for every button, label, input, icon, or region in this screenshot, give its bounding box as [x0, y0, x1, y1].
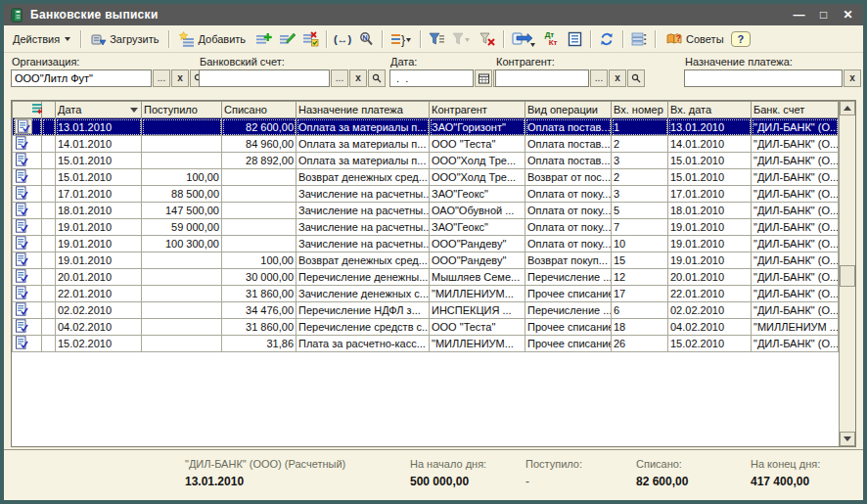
clear-icon[interactable]: x: [844, 69, 861, 87]
clear-icon[interactable]: x: [349, 69, 367, 87]
table-row[interactable]: 02.02.2010 34 476,00 Перечисление НДФЛ з…: [13, 302, 839, 319]
add-row-button[interactable]: [252, 28, 274, 50]
posted-document-icon: [15, 269, 28, 283]
ellipsis-button[interactable]: ...: [590, 69, 608, 87]
toolbar-separator: [382, 30, 383, 48]
load-label: Загрузить: [110, 33, 159, 45]
calendar-icon[interactable]: [475, 69, 492, 87]
load-button[interactable]: Загрузить: [86, 28, 163, 50]
scrollbar-thumb[interactable]: [840, 265, 855, 287]
header-status-cell[interactable]: [42, 102, 56, 118]
payment-purpose-input[interactable]: [684, 69, 843, 87]
header-payment-purpose[interactable]: Назначение платежа: [297, 102, 430, 118]
clear-icon[interactable]: x: [171, 69, 189, 87]
journal-icon: [10, 8, 24, 23]
clear-icon[interactable]: x: [609, 69, 626, 87]
header-contragent[interactable]: Контрагент: [430, 102, 525, 118]
row-status-cell: [42, 252, 56, 269]
table-row[interactable]: 17.01.2010 88 500,00 Зачисление на расче…: [13, 186, 839, 203]
table-row[interactable]: 19.01.2010 100,00 Возврат денежных сред.…: [13, 252, 839, 269]
row-icon-cell: [13, 203, 42, 219]
delete-row-button[interactable]: [299, 28, 321, 50]
header-in-number[interactable]: Вх. номер: [612, 102, 668, 118]
dt-kt-button[interactable]: Дт Кт: [540, 28, 562, 50]
row-icon-cell: [13, 302, 42, 319]
find-by-number-button[interactable]: N: [355, 28, 377, 50]
table-row[interactable]: 20.01.2010 30 000,00 Перечисление денежн…: [13, 269, 839, 286]
posted-document-icon: [15, 236, 28, 250]
sort-desc-icon: [130, 108, 138, 113]
scroll-down-button[interactable]: [840, 432, 855, 446]
filter-panel: Организация: ... x Банковский счет: ... …: [4, 53, 863, 98]
posted-document-icon: [15, 336, 28, 349]
list-settings-button[interactable]: [628, 28, 650, 50]
table-row[interactable]: 15.01.2010 28 892,00 Оплата за материалы…: [13, 153, 839, 169]
table-row[interactable]: 15.02.2010 31,86 Плата за расчетно-касс.…: [13, 336, 839, 352]
header-written-off[interactable]: Списано: [222, 102, 297, 118]
maximize-button[interactable]: □: [814, 6, 833, 23]
scroll-up-button[interactable]: [840, 101, 855, 115]
selection-settings-button[interactable]: }: [388, 28, 415, 50]
clear-filter-button[interactable]: [477, 28, 498, 50]
window-title: Банковские выписки: [30, 8, 784, 22]
date-input[interactable]: [389, 69, 474, 87]
filter-by-value-button[interactable]: [449, 28, 475, 50]
written-off-label: Списано:: [636, 458, 688, 470]
dt-kt-icon: Дт Кт: [545, 31, 558, 47]
summary-panel: "ДИЛ-БАНК" (ООО) (Расчетный) 13.01.2010 …: [4, 449, 863, 500]
row-status-cell: [42, 136, 56, 153]
ellipsis-button[interactable]: ...: [153, 69, 170, 87]
open-icon[interactable]: [627, 69, 645, 87]
minimize-button[interactable]: —: [790, 6, 808, 23]
add-button[interactable]: Добавить: [174, 28, 251, 50]
header-icon-cell[interactable]: [13, 102, 42, 118]
table-row[interactable]: 15.01.2010 100,00 Возврат денежных сред.…: [13, 169, 839, 186]
header-in-date[interactable]: Вх. дата: [668, 102, 752, 118]
table-row[interactable]: 04.02.2010 31 860,00 Перечисление средст…: [13, 319, 839, 336]
summary-account-name: "ДИЛ-БАНК" (ООО) (Расчетный): [185, 458, 345, 470]
table-row[interactable]: 14.01.2010 84 960,00 Оплата за материалы…: [13, 136, 839, 153]
header-operation-type[interactable]: Вид операции: [525, 102, 612, 118]
header-bank-account[interactable]: Банк. счет: [752, 102, 839, 118]
row-status-cell: [42, 319, 56, 336]
closing-balance-label: На конец дня:: [751, 458, 820, 470]
toolbar-separator: [80, 30, 81, 48]
column-width-button[interactable]: (↔): [332, 28, 353, 50]
summary-account: "ДИЛ-БАНК" (ООО) (Расчетный) 13.01.2010: [185, 458, 345, 488]
create-based-on-icon: [512, 31, 535, 47]
filter-sort-button[interactable]: [426, 28, 447, 50]
ellipsis-button[interactable]: ...: [331, 69, 348, 87]
edit-row-button[interactable]: [276, 28, 297, 50]
row-status-cell: [42, 269, 56, 286]
date-label: Дата:: [390, 56, 511, 68]
table-row[interactable]: 18.01.2010 147 500,00 Зачисление на расч…: [13, 203, 839, 219]
contragent-input[interactable]: [495, 69, 589, 87]
actions-label: Действия: [13, 33, 60, 45]
document-journal-button[interactable]: [564, 28, 585, 50]
table-row[interactable]: 13.01.2010 82 600,00 Оплата за материалы…: [13, 118, 839, 136]
header-received[interactable]: Поступило: [142, 102, 222, 118]
tips-button[interactable]: ? Советы: [661, 28, 728, 50]
filter-sort-icon: [429, 31, 445, 47]
vertical-scrollbar[interactable]: [839, 101, 855, 446]
table-row[interactable]: 19.01.2010 59 000,00 Зачисление на расче…: [13, 219, 839, 236]
row-icon-cell: [13, 219, 42, 236]
received-value: -: [525, 475, 582, 488]
table-row[interactable]: 22.01.2010 31 860,00 Зачисление денежных…: [13, 286, 839, 302]
close-button[interactable]: ✕: [839, 6, 857, 23]
table-row[interactable]: 19.01.2010 100 300,00 Зачисление на расч…: [13, 236, 839, 252]
posted-document-icon: [15, 252, 28, 266]
title-bar: Банковские выписки — □ ✕: [4, 4, 863, 25]
add-document-icon: [179, 31, 195, 47]
actions-menu-button[interactable]: Действия: [8, 30, 75, 48]
toolbar-separator: [590, 30, 591, 48]
bank-account-input[interactable]: [199, 69, 330, 87]
open-icon[interactable]: [368, 69, 386, 87]
posted-document-icon: [15, 203, 28, 216]
help-button[interactable]: ?: [731, 31, 752, 47]
summary-date: 13.01.2010: [185, 475, 345, 488]
create-based-on-button[interactable]: [509, 28, 538, 50]
header-date[interactable]: Дата: [56, 102, 142, 118]
organization-input[interactable]: [11, 69, 152, 87]
refresh-button[interactable]: [596, 28, 617, 50]
